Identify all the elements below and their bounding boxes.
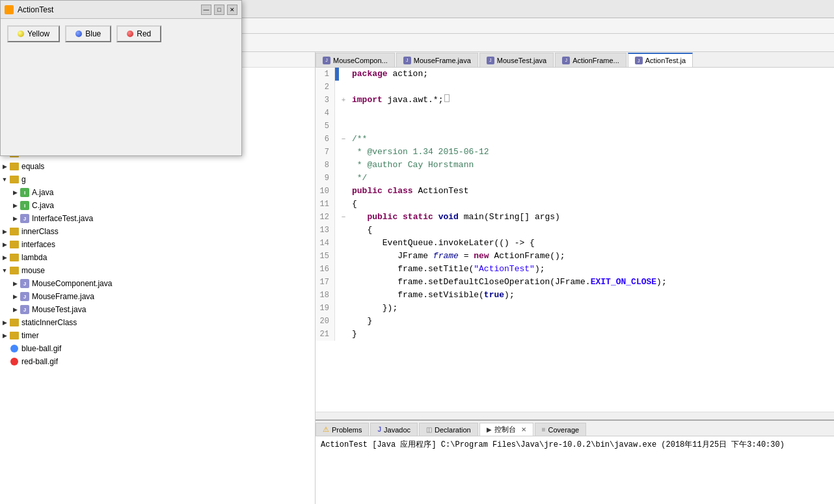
blue-button[interactable]: Blue (65, 25, 111, 42)
code-line-13: 13 { (316, 224, 834, 237)
tree-item-mouseframe[interactable]: ▶ J MouseFrame.java (0, 290, 315, 303)
code-line-21: 21 } (316, 328, 834, 341)
console-content: ActionTest [Java 应用程序] C:\Program Files\… (316, 436, 834, 504)
code-content: * @author Cay Horstmann (348, 159, 474, 172)
tree-arrow: ▶ (0, 253, 9, 262)
tree-label: mouse (21, 266, 45, 275)
tree-arrow (0, 344, 9, 353)
code-line-4: 4 (316, 107, 834, 120)
tab-problems[interactable]: ⚠ Problems (316, 423, 369, 436)
pkg-icon (9, 317, 20, 328)
pkg-icon (9, 252, 20, 263)
tab-icon: J (403, 57, 411, 64)
red-label: Red (137, 29, 151, 38)
line-marker-empty (335, 328, 339, 341)
tree-label: A.java (32, 188, 53, 197)
code-line-14: 14 EventQueue.invokeLater(() -> { (316, 237, 834, 250)
red-button[interactable]: Red (116, 25, 161, 42)
tree-item-blueball[interactable]: blue-ball.gif (0, 342, 315, 355)
tree-item-staticinner[interactable]: ▶ staticInnerClass (0, 316, 315, 329)
tab-coverage[interactable]: ≡ Coverage (535, 423, 587, 436)
java-icon: J (20, 291, 30, 302)
line-marker-empty (335, 81, 339, 94)
code-editor[interactable]: 1 package action; 2 3 + imp (316, 68, 834, 412)
tree-item-redball[interactable]: red-ball.gif (0, 355, 315, 368)
code-content: } (348, 315, 372, 328)
tree-item-mouse[interactable]: ▼ mouse (0, 264, 315, 277)
line-marker-empty (335, 302, 339, 315)
tree-item-mousetest[interactable]: ▶ J MouseTest.java (0, 303, 315, 316)
tree-arrow: ▶ (0, 240, 9, 249)
pkg-icon (9, 226, 20, 237)
tree-label: g (21, 175, 26, 184)
line-number: 1 (316, 68, 335, 81)
tree-label: lambda (21, 253, 47, 262)
code-line-12: 12 − public static void main(String[] ar… (316, 211, 834, 224)
line-number: 2 (316, 81, 335, 94)
line-number: 17 (316, 276, 335, 289)
tree-arrow: ▶ (10, 188, 20, 197)
tree-arrow: ▶ (0, 331, 9, 340)
minimize-button[interactable]: — (201, 5, 211, 15)
action-test-window: ActionTest — □ ✕ Yellow Blue Red (0, 0, 242, 156)
tree-item-equals[interactable]: ▶ equals (0, 160, 315, 173)
titlebar-controls: — □ ✕ (201, 5, 237, 15)
tab-declaration[interactable]: ◫ Declaration (419, 423, 478, 436)
line-number: 11 (316, 198, 335, 211)
pkg-icon (9, 174, 20, 185)
tree-item-innerclass[interactable]: ▶ innerClass (0, 225, 315, 238)
tree-item-interfaces[interactable]: ▶ interfaces (0, 238, 315, 251)
gif-icon (9, 343, 20, 354)
code-line-5: 5 (316, 120, 834, 133)
tab-mousetest[interactable]: J MouseTest.java (479, 53, 554, 67)
tree-item-interfacetest[interactable]: ▶ J InterfaceTest.java (0, 212, 315, 225)
editor-hscroll[interactable] (316, 412, 834, 419)
tree-label: InterfaceTest.java (32, 214, 93, 223)
code-line-6: 6 − /** (316, 133, 834, 146)
tree-arrow: ▼ (0, 266, 9, 275)
line-number: 21 (316, 328, 335, 341)
tab-console[interactable]: ▶ 控制台 ✕ (479, 423, 533, 436)
yellow-dot-icon (18, 31, 24, 37)
tree-label: C.java (32, 201, 54, 210)
editor-area: J MouseCompon... J MouseFrame.java J Mou… (316, 52, 834, 504)
code-content (348, 81, 357, 94)
tab-mousecomponent[interactable]: J MouseCompon... (316, 53, 395, 67)
maximize-button[interactable]: □ (214, 5, 224, 15)
close-button[interactable]: ✕ (227, 5, 237, 15)
tree-item-g[interactable]: ▼ g (0, 173, 315, 186)
code-content: package action; (348, 68, 428, 81)
declaration-icon: ◫ (426, 426, 432, 433)
line-marker-empty (335, 315, 339, 328)
code-content: frame.setDefaultCloseOperation(JFrame.EX… (348, 276, 667, 289)
yellow-button[interactable]: Yellow (7, 25, 60, 42)
tree-item-mousecomp[interactable]: ▶ J MouseComponent.java (0, 277, 315, 290)
tab-close-icon[interactable]: ✕ (521, 426, 526, 433)
line-number: 9 (316, 172, 335, 185)
yellow-label: Yellow (27, 29, 49, 38)
tree-label: innerClass (21, 227, 59, 236)
line-marker-empty (335, 250, 339, 263)
blue-dot-icon (75, 31, 82, 37)
tree-item-lambda[interactable]: ▶ lambda (0, 251, 315, 264)
javadoc-icon: J (377, 426, 381, 433)
tab-actiontest[interactable]: J ActionTest.ja (628, 53, 693, 67)
tab-actionframe[interactable]: J ActionFrame... (555, 53, 626, 67)
code-content: { (348, 224, 372, 237)
line-number: 15 (316, 250, 335, 263)
line-marker-empty (335, 237, 339, 250)
tab-icon: J (562, 57, 570, 64)
line-number: 12 (316, 211, 335, 224)
tree-item-ajava[interactable]: ▶ I A.java (0, 186, 315, 199)
editor-tabs: J MouseCompon... J MouseFrame.java J Mou… (316, 52, 834, 68)
line-marker-empty (335, 198, 339, 211)
tab-javadoc[interactable]: J Javadoc (370, 423, 418, 436)
tab-icon: J (323, 57, 330, 64)
tree-item-cjava[interactable]: ▶ I C.java (0, 199, 315, 212)
line-marker-empty (335, 172, 339, 185)
code-content: JFrame frame = new ActionFrame(); (348, 250, 565, 263)
interface-icon: I (20, 187, 30, 198)
tab-mouseframe[interactable]: J MouseFrame.java (396, 53, 478, 67)
line-marker-empty (335, 159, 339, 172)
tree-item-timer[interactable]: ▶ timer (0, 329, 315, 342)
